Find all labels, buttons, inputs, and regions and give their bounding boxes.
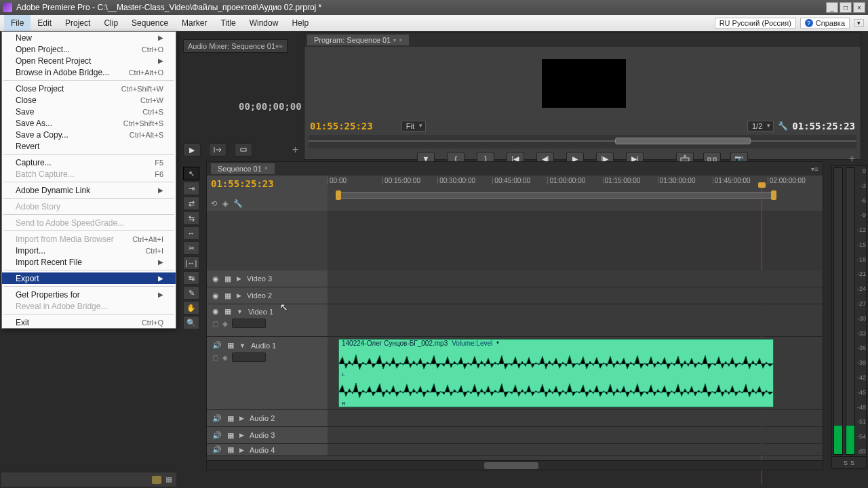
zoom-tool-icon[interactable]: 🔍 xyxy=(183,316,199,329)
menu-project[interactable]: Project xyxy=(58,15,97,31)
video-track-3[interactable]: ◉▦▶Video 3 xyxy=(207,270,823,287)
snap-icon[interactable]: ⟲ xyxy=(211,199,217,208)
resolution-select[interactable]: 1/2 xyxy=(747,121,774,131)
mute-icon[interactable]: 🔊 xyxy=(212,445,222,454)
solo-left[interactable]: S xyxy=(844,460,848,466)
maximize-button[interactable]: □ xyxy=(840,2,852,13)
menu-window[interactable]: Window xyxy=(243,15,285,31)
ripple-edit-tool-icon[interactable]: ⇄ xyxy=(183,197,199,210)
eye-icon[interactable]: ◉ xyxy=(212,307,219,316)
expand-icon[interactable]: ▶ xyxy=(237,275,241,282)
collapse-icon[interactable]: ▼ xyxy=(239,342,245,349)
expand-icon[interactable]: ▶ xyxy=(239,447,244,453)
eye-icon[interactable]: ◉ xyxy=(212,291,219,300)
eye-icon[interactable]: ◉ xyxy=(212,274,219,283)
menu-sequence[interactable]: Sequence xyxy=(125,15,175,31)
menu-item-close[interactable]: CloseCtrl+W xyxy=(2,94,176,106)
settings-icon[interactable]: 🔧 xyxy=(778,121,788,131)
language-selector[interactable]: RU Русский (Россия) xyxy=(715,18,796,28)
zoom-fit-select[interactable]: Fit xyxy=(401,121,426,131)
help-search[interactable]: ?Справка xyxy=(800,18,850,28)
tab-close-icon[interactable]: × xyxy=(264,165,268,173)
program-scrubber[interactable]: ▼ xyxy=(309,135,856,148)
menu-item-save-as[interactable]: Save As...Ctrl+Shift+S xyxy=(2,117,176,129)
audio-mixer-tab[interactable]: Audio Mixer: Sequence 01 ▾≡ xyxy=(183,39,288,53)
mute-icon[interactable]: 🔊 xyxy=(212,341,222,350)
target-icon[interactable]: ▢ xyxy=(212,354,218,361)
sync-lock-icon[interactable]: ▦ xyxy=(227,414,234,423)
audio-clip[interactable]: 140224-Олег Сунцов-БГ_002.mp3Volume:Leve… xyxy=(338,339,774,407)
track-style-select[interactable] xyxy=(232,352,266,362)
menu-item-new[interactable]: New▶ xyxy=(2,32,176,43)
menu-item-revert[interactable]: Revert xyxy=(2,140,176,152)
menu-help[interactable]: Help xyxy=(285,15,315,31)
menu-item-save[interactable]: SaveCtrl+S xyxy=(2,106,176,117)
src-overwrite-icon[interactable] xyxy=(235,143,252,157)
program-tab[interactable]: Program: Sequence 01▾× xyxy=(307,35,409,45)
clip-effect-label[interactable]: Volume:Level xyxy=(452,340,492,349)
panel-menu-icon[interactable]: ▾≡ xyxy=(275,43,283,50)
menu-marker[interactable]: Marker xyxy=(175,15,214,31)
sync-lock-icon[interactable]: ▦ xyxy=(224,291,231,300)
minimize-button[interactable]: _ xyxy=(826,2,838,13)
rate-stretch-tool-icon[interactable]: ↔ xyxy=(183,226,199,240)
src-play-icon[interactable]: ▶ xyxy=(183,143,201,157)
expand-icon[interactable]: ▶ xyxy=(239,415,244,422)
close-button[interactable]: × xyxy=(853,2,865,13)
menu-item-close-project[interactable]: Close ProjectCtrl+Shift+W xyxy=(2,83,176,94)
slide-tool-icon[interactable]: ↹ xyxy=(183,271,199,285)
target-icon[interactable]: ▢ xyxy=(212,320,218,327)
menu-item-save-a-copy[interactable]: Save a Copy...Ctrl+Alt+S xyxy=(2,129,176,140)
menu-edit[interactable]: Edit xyxy=(31,15,58,31)
pen-tool-icon[interactable]: ✎ xyxy=(183,286,199,300)
expand-icon[interactable]: ▶ xyxy=(237,292,241,299)
src-add-icon[interactable]: + xyxy=(292,144,298,156)
work-area-in-handle[interactable] xyxy=(336,190,341,200)
tab-dropdown-icon[interactable]: ▾ xyxy=(393,37,396,43)
sync-lock-icon[interactable]: ▦ xyxy=(224,307,231,316)
menu-clip[interactable]: Clip xyxy=(97,15,125,31)
menu-item-capture[interactable]: Capture...F5 xyxy=(2,157,176,168)
marker-tool-icon[interactable]: ◈ xyxy=(222,199,228,208)
time-ruler[interactable]: 00:0000:15:00:0000:30:00:0000:45:00:0001… xyxy=(328,176,823,211)
menu-item-import-recent-file[interactable]: Import Recent File▶ xyxy=(2,256,176,268)
menu-item-open-project[interactable]: Open Project...Ctrl+O xyxy=(2,43,176,55)
keyframe-icon[interactable]: ◆ xyxy=(222,320,228,327)
solo-right[interactable]: S xyxy=(850,460,854,466)
src-insert-icon[interactable] xyxy=(209,143,226,157)
timeline-timecode[interactable]: 01:55:25:23 xyxy=(211,178,323,189)
sync-lock-icon[interactable]: ▦ xyxy=(224,274,231,283)
hand-tool-icon[interactable]: ✋ xyxy=(183,301,199,314)
razor-tool-icon[interactable]: ✂ xyxy=(183,241,199,255)
dropdown-icon[interactable]: ▾ xyxy=(854,19,864,27)
menu-item-export[interactable]: Export▶ xyxy=(2,272,176,284)
expand-icon[interactable]: ▶ xyxy=(239,432,244,439)
tab-close-icon[interactable]: × xyxy=(399,37,402,43)
mute-icon[interactable]: 🔊 xyxy=(212,431,222,440)
menu-item-exit[interactable]: ExitCtrl+Q xyxy=(2,317,176,328)
zoom-scrollbar[interactable] xyxy=(615,138,751,144)
menu-item-open-recent-project[interactable]: Open Recent Project▶ xyxy=(2,55,176,66)
audio-track-2[interactable]: 🔊▦▶Audio 2 xyxy=(207,410,823,427)
button-editor-icon[interactable]: + xyxy=(849,152,855,165)
menu-item-get-properties-for[interactable]: Get Properties for▶ xyxy=(2,289,176,300)
sync-lock-icon[interactable]: ▦ xyxy=(227,431,234,440)
mute-icon[interactable]: 🔊 xyxy=(212,414,222,423)
menu-item-browse-in-adobe-bridge[interactable]: Browse in Adobe Bridge...Ctrl+Alt+O xyxy=(2,66,176,78)
program-viewport[interactable] xyxy=(304,47,861,117)
audio-track-4[interactable]: 🔊▦▶Audio 4 xyxy=(207,444,823,456)
track-select-tool-icon[interactable]: ⇥ xyxy=(183,182,199,195)
collapse-icon[interactable]: ▼ xyxy=(237,308,243,315)
selection-tool-icon[interactable]: ↖ xyxy=(183,167,199,180)
slip-tool-icon[interactable]: |↔| xyxy=(183,256,199,270)
program-tc-current[interactable]: 01:55:25:23 xyxy=(310,121,373,131)
panel-menu-icon[interactable]: ▾≡ xyxy=(811,165,818,173)
video-track-1[interactable]: ◉▦▼Video 1 ▢◆ xyxy=(207,304,823,337)
new-bin-icon[interactable] xyxy=(152,476,161,484)
menu-item-adobe-dynamic-link[interactable]: Adobe Dynamic Link▶ xyxy=(2,184,176,196)
sync-lock-icon[interactable]: ▦ xyxy=(227,341,234,350)
track-style-select[interactable] xyxy=(232,319,266,328)
menu-title[interactable]: Title xyxy=(214,15,242,31)
keyframe-icon[interactable]: ◆ xyxy=(222,354,228,361)
rolling-edit-tool-icon[interactable]: ⇆ xyxy=(183,211,199,225)
